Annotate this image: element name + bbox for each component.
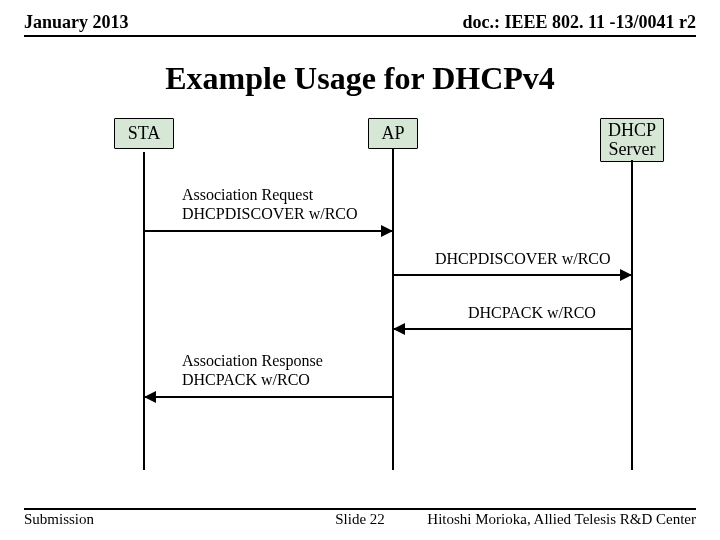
arrow-sta-to-ap-1 <box>145 230 392 232</box>
msg-assoc-request: Association Request DHCPDISCOVER w/RCO <box>182 186 358 224</box>
arrowhead-icon <box>393 323 405 335</box>
arrowhead-icon <box>381 225 393 237</box>
msg-ack-from-server: DHCPACK w/RCO <box>468 304 596 323</box>
arrowhead-icon <box>144 391 156 403</box>
node-ap: AP <box>368 118 418 149</box>
arrow-server-to-ap <box>394 328 631 330</box>
sequence-diagram: STA AP DHCP Server Association Request D… <box>24 118 696 468</box>
lifeline-server <box>631 160 633 470</box>
slide-title: Example Usage for DHCPv4 <box>0 60 720 97</box>
lifeline-sta <box>143 152 145 470</box>
msg-assoc-response: Association Response DHCPACK w/RCO <box>182 352 323 390</box>
header-date: January 2013 <box>24 12 129 33</box>
footer-left: Submission <box>24 511 94 528</box>
msg-assoc-request-line2: DHCPDISCOVER w/RCO <box>182 205 358 224</box>
slide-header: January 2013 doc.: IEEE 802. 11 -13/0041… <box>24 12 696 37</box>
msg-assoc-response-line1: Association Response <box>182 352 323 371</box>
node-dhcp-server: DHCP Server <box>600 118 664 162</box>
arrow-ap-to-server <box>394 274 631 276</box>
node-sta: STA <box>114 118 174 149</box>
arrowhead-icon <box>620 269 632 281</box>
header-docref: doc.: IEEE 802. 11 -13/0041 r2 <box>462 12 696 33</box>
lifeline-ap <box>392 148 394 470</box>
msg-assoc-response-line2: DHCPACK w/RCO <box>182 371 323 390</box>
msg-discover-to-server: DHCPDISCOVER w/RCO <box>435 250 611 269</box>
footer-author: Hitoshi Morioka, Allied Telesis R&D Cent… <box>427 511 696 528</box>
slide-footer: Submission Slide 22 Hitoshi Morioka, All… <box>24 508 696 528</box>
arrow-ap-to-sta <box>145 396 392 398</box>
msg-assoc-request-line1: Association Request <box>182 186 358 205</box>
